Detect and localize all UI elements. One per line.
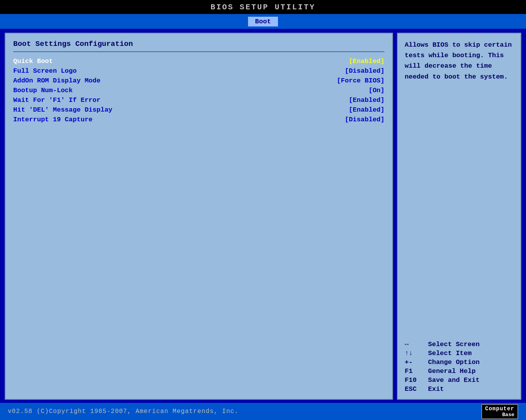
section-title: Boot Settings Configuration (13, 40, 384, 48)
tab-bar: Boot (0, 14, 526, 29)
table-row[interactable]: Full Screen Logo [Disabled] (13, 67, 384, 75)
key-desc-select-item: Select Item (428, 350, 472, 357)
key-symbol-plus-minus: +- (405, 359, 423, 366)
key-symbol-f10: F10 (405, 376, 423, 384)
boot-tab[interactable]: Boot (248, 17, 278, 26)
setting-value-5: [Enabled] (349, 106, 384, 114)
key-desc-save-exit: Save and Exit (428, 376, 480, 384)
table-row[interactable]: Bootup Num-Lock [On] (13, 87, 384, 94)
setting-name-3: Bootup Num-Lock (13, 87, 73, 94)
setting-name-6: Interrupt 19 Capture (13, 116, 93, 123)
help-text: Allows BIOS to skip certain tests while … (405, 40, 514, 82)
setting-name-0: Quick Boot (13, 58, 53, 65)
setting-value-6: [Disabled] (345, 116, 384, 123)
bios-title: BIOS SETUP UTILITY (210, 3, 315, 12)
right-panel: Allows BIOS to skip certain tests while … (397, 33, 521, 400)
table-row[interactable]: Interrupt 19 Capture [Disabled] (13, 116, 384, 123)
settings-table: Quick Boot [Enabled] Full Screen Logo [D… (13, 58, 384, 123)
key-row-general-help: F1 General Help (405, 368, 514, 375)
table-row[interactable]: Quick Boot [Enabled] (13, 58, 384, 65)
divider (13, 51, 384, 52)
setting-name-2: AddOn ROM Display Mode (13, 77, 100, 84)
setting-value-4: [Enabled] (349, 96, 384, 104)
key-symbol-arrows-lr: ↔ (405, 341, 423, 348)
key-help: ↔ Select Screen ↑↓ Select Item +- Change… (405, 341, 514, 393)
table-row[interactable]: AddOn ROM Display Mode [Force BIOS] (13, 77, 384, 84)
table-row[interactable]: Hit 'DEL' Message Display [Enabled] (13, 106, 384, 114)
table-row[interactable]: Wait For 'F1' If Error [Enabled] (13, 96, 384, 104)
setting-value-3: [On] (369, 87, 384, 94)
setting-name-5: Hit 'DEL' Message Display (13, 106, 112, 114)
main-content: Boot Settings Configuration Quick Boot [… (0, 29, 526, 403)
key-desc-exit: Exit (428, 385, 444, 393)
key-symbol-f1: F1 (405, 368, 423, 375)
key-row-change-option: +- Change Option (405, 359, 514, 366)
key-symbol-arrows-ud: ↑↓ (405, 350, 423, 357)
logo-box: Computer Base (481, 404, 518, 419)
key-desc-select-screen: Select Screen (428, 341, 480, 348)
setting-value-1: [Disabled] (345, 67, 384, 75)
bios-screen: BIOS SETUP UTILITY Boot Boot Settings Co… (0, 0, 526, 420)
title-bar: BIOS SETUP UTILITY (0, 0, 526, 14)
key-row-select-screen: ↔ Select Screen (405, 341, 514, 348)
key-row-select-item: ↑↓ Select Item (405, 350, 514, 357)
key-desc-general-help: General Help (428, 368, 475, 375)
logo-top: Computer (485, 406, 514, 412)
setting-value-2: [Force BIOS] (337, 77, 384, 84)
footer-text: v02.58 (C)Copyright 1985-2007, American … (8, 408, 239, 415)
footer-bar: v02.58 (C)Copyright 1985-2007, American … (0, 403, 526, 420)
setting-name-4: Wait For 'F1' If Error (13, 96, 100, 104)
key-row-exit: ESC Exit (405, 385, 514, 393)
setting-name-1: Full Screen Logo (13, 67, 77, 75)
key-symbol-esc: ESC (405, 385, 423, 393)
key-desc-change-option: Change Option (428, 359, 480, 366)
key-row-save-exit: F10 Save and Exit (405, 376, 514, 384)
logo-bottom: Base (502, 412, 514, 418)
left-panel: Boot Settings Configuration Quick Boot [… (5, 33, 393, 400)
setting-value-0: [Enabled] (349, 58, 384, 65)
